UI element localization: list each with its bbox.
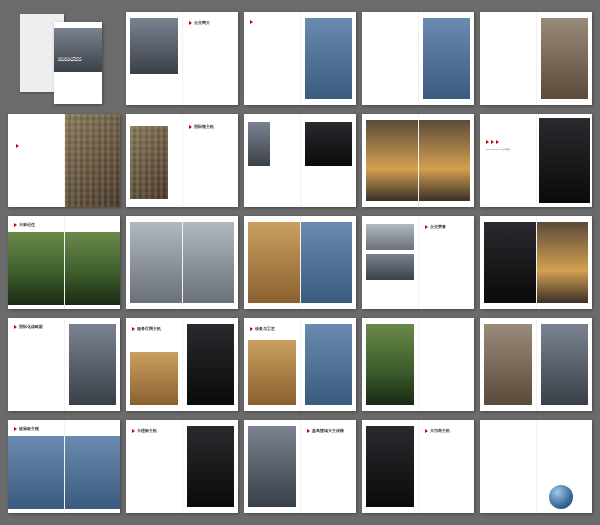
arrow-icon (425, 429, 428, 433)
spread-r3-2 (126, 216, 238, 309)
spread-r5-3: 蓝岛捷城大主设株 (244, 420, 356, 513)
arrow-icon (491, 140, 494, 144)
spread-r5-1: 篮展标主模 (8, 420, 120, 513)
cover-stack: BUSINESS (8, 12, 120, 105)
globe-hands-icon (549, 485, 573, 509)
spread-r1-4 (362, 12, 474, 105)
spread-r5-4: 大功商主机 (362, 420, 474, 513)
arrow-icon (132, 429, 135, 433)
heading: 蓝岛捷城大主设株 (312, 428, 344, 433)
arrow-icon (132, 327, 135, 331)
arrow-icon (16, 144, 19, 148)
heading: 大事记住 (19, 222, 35, 227)
arrow-icon (486, 140, 489, 144)
spread-r2-2: 国际视主机 (126, 114, 238, 207)
arrow-icon (307, 429, 310, 433)
heading: ORGANIZATION 组织架构 (486, 148, 510, 151)
heading: 服务区网主机 (137, 326, 161, 331)
cover-front: BUSINESS (54, 22, 102, 104)
arrow-icon (189, 125, 192, 129)
arrow-icon (250, 20, 253, 24)
spread-r5-2: 大理标主机 (126, 420, 238, 513)
heading: 国际化战略眼 (19, 324, 43, 329)
heading: 大功商主机 (430, 428, 450, 433)
spread-r1-5 (480, 12, 592, 105)
spread-r2-1 (8, 114, 120, 207)
arrow-icon (189, 21, 192, 25)
spread-r4-4 (362, 318, 474, 411)
cover-title: BUSINESS (58, 56, 81, 61)
arrow-icon (496, 140, 499, 144)
heading: 篮展标主模 (19, 426, 39, 431)
spread-r4-3: 设备与工艺 (244, 318, 356, 411)
arrow-icon (250, 327, 253, 331)
spread-r1-3 (244, 12, 356, 105)
spread-r4-5 (480, 318, 592, 411)
arrow-icon (14, 325, 17, 329)
spread-r3-1: 大事记住 (8, 216, 120, 309)
spread-r2-3 (244, 114, 356, 207)
spread-r2-4 (362, 114, 474, 207)
spread-r5-5 (480, 420, 592, 513)
heading: 企业荣誉 (430, 224, 446, 229)
arrow-icon (14, 223, 17, 227)
spread-r3-4: 企业荣誉 (362, 216, 474, 309)
spread-r3-5 (480, 216, 592, 309)
heading: 企业简介 (194, 20, 210, 25)
spread-r3-3 (244, 216, 356, 309)
heading: 大理标主机 (137, 428, 157, 433)
spread-r4-2: 服务区网主机 (126, 318, 238, 411)
heading: 设备与工艺 (255, 326, 275, 331)
arrow-icon (14, 427, 17, 431)
arrow-icon (425, 225, 428, 229)
spread-r1-2: 企业简介 (126, 12, 238, 105)
heading: 国际视主机 (194, 124, 214, 129)
spread-r4-1: 国际化战略眼 (8, 318, 120, 411)
brochure-mockup-grid: BUSINESS 企业简介 国际视主机 (0, 0, 600, 525)
spread-r2-5: ORGANIZATION 组织架构 (480, 114, 592, 207)
